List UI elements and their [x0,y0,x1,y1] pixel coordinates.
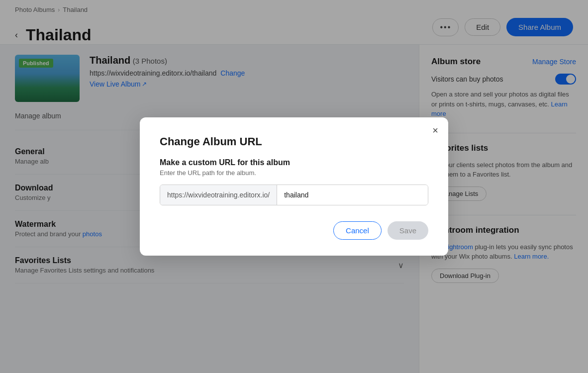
url-base: https://wixvideotraining.editorx.io/ [160,185,277,205]
modal-hint: Enter the URL path for the album. [160,169,428,177]
modal-subtitle: Make a custom URL for this album [160,158,428,167]
save-button[interactable]: Save [388,221,428,240]
change-album-url-modal: × Change Album URL Make a custom URL for… [140,117,448,256]
url-path-input[interactable] [277,185,428,205]
page-background: Photo Albums › Thailand ‹ Thailand ••• E… [0,0,588,373]
cancel-button[interactable]: Cancel [333,221,382,240]
modal-actions: Cancel Save [160,221,428,240]
modal-overlay: × Change Album URL Make a custom URL for… [0,0,588,373]
modal-close-button[interactable]: × [432,125,438,135]
modal-title: Change Album URL [160,135,428,148]
url-input-row: https://wixvideotraining.editorx.io/ [160,185,428,205]
